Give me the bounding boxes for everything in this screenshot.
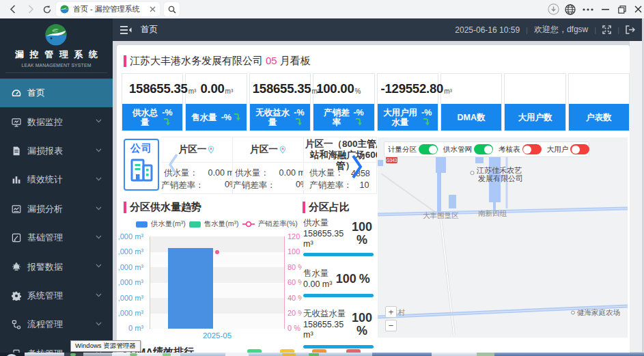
sidebar-item-1[interactable]: 数据监控	[0, 107, 113, 136]
company-selector[interactable]: 公司	[124, 139, 159, 191]
pie-item-3[interactable]: 无收益水量158655.35 m³100%	[303, 308, 374, 340]
legend-chip-sale[interactable]	[189, 221, 201, 228]
kpi-card-1[interactable]: 158655.35m³供水总 量-%	[122, 73, 183, 131]
pie-item-1[interactable]: 供水量158655.35 m³100%	[303, 217, 374, 249]
sidebar-item-4[interactable]: 漏损分析	[0, 195, 113, 223]
restore-icon[interactable]	[617, 0, 628, 18]
sidebar-item-3[interactable]: 绩效统计	[0, 165, 113, 194]
taskbar-button[interactable]	[225, 353, 249, 356]
pie-item-label: 供水量	[303, 217, 350, 229]
kpi-card-2[interactable]: 0.00m³售水量-%	[185, 73, 247, 131]
carousel-next-icon[interactable]	[351, 154, 363, 179]
pie-item-left: 售水量0.00 m³	[303, 268, 332, 290]
more-icon[interactable]	[581, 0, 595, 18]
sidebar-item-label: 绩效统计	[27, 174, 63, 186]
tab-home[interactable]: 首页	[141, 24, 158, 36]
sidebar-item-7[interactable]: 系统管理	[0, 282, 113, 310]
toggle-switch-off[interactable]	[570, 144, 589, 154]
sidebar-item-5[interactable]: 基础管理	[0, 223, 113, 252]
kpi-number: 100.00	[316, 81, 354, 96]
favicon	[60, 5, 69, 14]
layer-toggle-2: 供水管网	[443, 144, 493, 154]
map-label-area2: 南新四组	[478, 209, 507, 217]
kpi-card-4[interactable]: 100.00%产销差 率-%	[313, 73, 374, 131]
pie-item-percent: 100%	[350, 217, 374, 249]
kpi-card-5[interactable]: -129552.80m³大用户用 水量-%	[377, 73, 438, 131]
legend-label[interactable]: 供水量(m³)	[151, 219, 186, 229]
chevron-down-icon	[96, 177, 102, 181]
logout-icon[interactable]	[626, 25, 635, 34]
kpi-card-3[interactable]: 158655.35m³无收益水 量-%	[249, 73, 311, 131]
building-icon	[129, 156, 154, 183]
legend-label[interactable]: 售水量(m³)	[204, 219, 239, 229]
kpi-card-6[interactable]: DMA数	[440, 73, 502, 131]
region-panel-2[interactable]: 片区一 供水量：0.00 m³ 产销差率：0%	[232, 137, 303, 194]
zoom-in-button[interactable]: +	[385, 306, 397, 318]
browser-tab[interactable]: 首页 - 漏控管理系统	[56, 2, 160, 16]
fullscreen-icon[interactable]	[602, 25, 611, 34]
sidebar-item-8[interactable]: 流程管理	[0, 310, 113, 339]
map-pin-icon	[208, 146, 214, 154]
map-canvas: G343 江苏佳禾农艺 发展有限公司 大丰围垦区 南新四组 羊村 健海家庭农场	[378, 137, 628, 338]
toggle-switch-off[interactable]	[522, 144, 542, 154]
refresh-icon[interactable]	[41, 0, 53, 18]
toggle-label: 计量分区	[388, 145, 417, 154]
download-icon[interactable]	[547, 0, 559, 18]
switch-knob	[572, 146, 580, 154]
carousel-prev-icon[interactable]	[168, 153, 178, 176]
search-button[interactable]	[164, 2, 180, 16]
legend-line-marker[interactable]	[242, 221, 255, 228]
kpi-label: 售水量-%	[186, 104, 246, 131]
kpi-label: 大用户数	[505, 104, 565, 131]
pie-item-label: 售水量	[303, 268, 332, 279]
pie-item-value: 0.00 m³	[303, 279, 332, 290]
map-layer-toggles: 计量分区供水管网考核表大用户	[384, 141, 589, 157]
map[interactable]: G343 江苏佳禾农艺 发展有限公司 大丰围垦区 南新四组 羊村 健海家庭农场 …	[378, 137, 628, 338]
kpi-value: 100.00%	[313, 74, 374, 104]
edit-icon	[12, 233, 21, 243]
minimize-icon[interactable]	[600, 0, 611, 18]
windows-taskbar[interactable]	[0, 353, 644, 356]
taskbar-right-area[interactable]	[372, 353, 644, 356]
taskbar-icon	[70, 353, 76, 356]
taskbar-button[interactable]	[25, 353, 64, 356]
kpi-label-text: DMA数	[458, 113, 486, 122]
back-icon[interactable]	[7, 0, 18, 18]
pie-item-2[interactable]: 售水量0.00 m³100%	[303, 268, 374, 290]
zoom-out-button[interactable]: −	[385, 320, 397, 331]
toggle-switch-on[interactable]	[419, 144, 438, 154]
sidebar: 漏 控 管 理 系 统 LEAK MANAGEMENT SYSTEM 首页数据监…	[0, 18, 113, 356]
kpi-value: -129552.80m³	[378, 74, 438, 104]
sidebar-item-6[interactable]: 报警数据	[0, 252, 113, 281]
taskbar-icon	[282, 353, 296, 356]
sidebar-item-home[interactable]: 首页	[0, 79, 113, 107]
kpi-unit: %	[355, 87, 361, 95]
legend-label[interactable]: 产销差率(%)	[258, 219, 298, 229]
welcome-user[interactable]: 欢迎您，dfgsw	[534, 24, 588, 36]
globe-icon[interactable]	[564, 0, 576, 18]
scrollbar-track[interactable]	[630, 41, 642, 352]
kpi-value	[441, 74, 501, 104]
kpi-card-7[interactable]: 大用户数	[504, 73, 565, 131]
taskbar-button[interactable]	[83, 353, 112, 356]
kpi-label: 大用户用 水量-%	[378, 104, 438, 131]
supply-bar[interactable]	[168, 248, 213, 329]
y-left-label: 120,000 m³	[118, 263, 144, 272]
region-panel-3[interactable]: 片区一（800主管压站和海融广场600管） 供水量：4858 产销差率：10	[303, 137, 377, 194]
taskbar-button[interactable]	[477, 353, 494, 356]
taskbar-button[interactable]	[432, 353, 477, 356]
kpi-delta: -%	[421, 109, 432, 126]
sidebar-item-2[interactable]: 漏损报表	[0, 137, 113, 165]
collapse-sidebar-icon[interactable]	[120, 25, 132, 35]
close-window-icon[interactable]	[632, 0, 643, 18]
kpi-card-8[interactable]: 户表数	[568, 73, 630, 131]
legend-chip-supply[interactable]	[136, 221, 148, 228]
toggle-switch-on[interactable]	[474, 144, 493, 154]
chevron-down-icon	[96, 148, 102, 152]
company-label: 公司	[125, 142, 158, 155]
forward-icon[interactable]	[25, 0, 36, 18]
y-left-label: 150,000 m³	[118, 247, 144, 256]
ratio-point[interactable]	[215, 250, 219, 254]
kpi-number: 158655.35	[253, 81, 311, 96]
close-tab-icon[interactable]	[150, 6, 156, 12]
